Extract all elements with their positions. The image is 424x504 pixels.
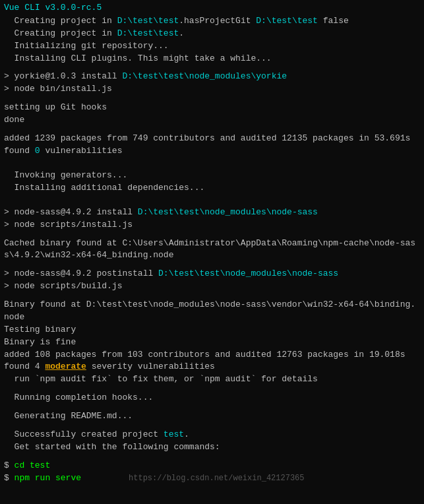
terminal-line: Get started with the following commands: — [4, 441, 420, 454]
terminal-line — [4, 96, 420, 102]
terminal-line — [4, 158, 420, 164]
terminal-content: Creating project in D:\test\test.hasProj… — [0, 15, 424, 484]
terminal-line: node — [4, 311, 420, 324]
terminal-line: > node bin/install.js — [4, 83, 420, 96]
terminal-line: > yorkie@1.0.3 install D:\test\test\node… — [4, 71, 420, 83]
terminal-line: Cached binary found at C:\Users\Administ… — [4, 237, 420, 250]
terminal-line: added 108 packages from 103 contributors… — [4, 349, 420, 362]
terminal-line: Successfully created project test. — [4, 429, 420, 441]
terminal: Vue CLI v3.0.0-rc.5 Creating project in … — [0, 0, 424, 504]
title-bar: Vue CLI v3.0.0-rc.5 — [0, 3, 424, 15]
terminal-line — [4, 65, 420, 71]
terminal-line: found 4 moderate severity vulnerabilitie… — [4, 361, 420, 373]
terminal-line: Running completion hooks... — [4, 392, 420, 404]
terminal-line — [4, 423, 420, 429]
terminal-line: run `npm audit fix` to fix them, or `npm… — [4, 373, 420, 386]
terminal-line: added 1239 packages from 749 contributor… — [4, 133, 420, 145]
terminal-line: Binary is fine — [4, 336, 420, 349]
terminal-line: Creating project in D:\test\test. — [4, 28, 420, 40]
terminal-line: Invoking generators... — [4, 170, 420, 182]
terminal-line: > node-sass@4.9.2 postinstall D:\test\te… — [4, 268, 420, 280]
terminal-line — [4, 404, 420, 410]
terminal-line: > node scripts/install.js — [4, 219, 420, 232]
terminal-line: Creating project in D:\test\test.hasProj… — [4, 15, 420, 28]
terminal-line — [4, 127, 420, 133]
terminal-line — [4, 195, 420, 201]
terminal-line: > node scripts/build.js — [4, 280, 420, 293]
terminal-line: $ npm run serve https://blog.csdn.net/we… — [4, 472, 420, 485]
terminal-line: Generating README.md... — [4, 410, 420, 423]
title-text: Vue CLI v3.0.0-rc.5 — [4, 3, 102, 13]
terminal-line — [4, 231, 420, 237]
terminal-line: Initializing git repository... — [4, 40, 420, 53]
terminal-line: Testing binary — [4, 324, 420, 336]
terminal-line — [4, 164, 420, 170]
terminal-line: s\4.9.2\win32-x64-64_binding.node — [4, 249, 420, 262]
terminal-line: setting up Git hooks — [4, 102, 420, 114]
terminal-line — [4, 262, 420, 268]
terminal-line: $ cd test — [4, 460, 420, 472]
terminal-line — [4, 454, 420, 460]
terminal-line — [4, 386, 420, 392]
terminal-line: Binary found at D:\test\test\node_module… — [4, 299, 420, 311]
terminal-line: > node-sass@4.9.2 install D:\test\test\n… — [4, 206, 420, 219]
terminal-line: Installing CLI plugins. This might take … — [4, 53, 420, 65]
terminal-line: Installing additional dependencies... — [4, 182, 420, 195]
terminal-line: done — [4, 114, 420, 127]
terminal-line — [4, 293, 420, 299]
terminal-line: found 0 vulnerabilities — [4, 145, 420, 158]
terminal-line — [4, 201, 420, 206]
